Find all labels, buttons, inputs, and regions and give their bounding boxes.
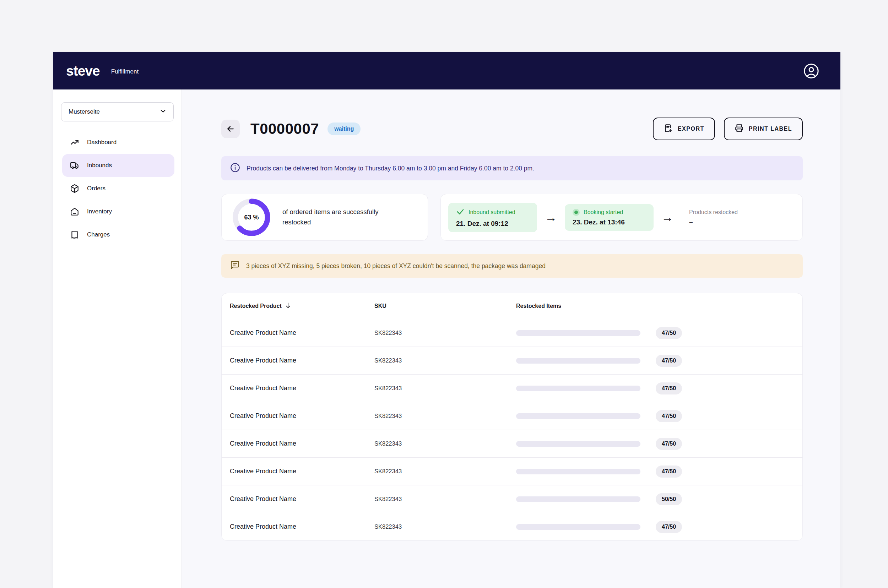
info-banner-text: Products can be delivered from Monday to… [246,165,534,172]
summary-row: 63 % of ordered items are successfully r… [221,194,803,241]
status-badge: waiting [328,123,361,135]
table-row[interactable]: Creative Product NameSK82234347/50 [222,346,802,374]
product-name-cell: Creative Product Name [230,357,374,364]
check-icon [456,207,464,217]
restock-count-badge: 50/50 [656,493,682,505]
restock-count-badge: 47/50 [656,438,682,450]
restock-stat-card: 63 % of ordered items are successfully r… [221,194,428,241]
warning-banner: 3 pieces of XYZ missing, 5 pieces broken… [221,254,803,278]
sidebar-item-charges[interactable]: Charges [62,224,174,246]
restock-progress-bar [516,330,640,336]
printer-icon [735,124,744,134]
restock-progress-bar [516,469,640,474]
restock-progress-bar [516,496,640,502]
sku-cell: SK822343 [374,496,516,502]
product-name-cell: Creative Product Name [230,468,374,475]
restock-count-badge: 47/50 [656,410,682,422]
donut-percent-label: 63 % [230,196,272,238]
print-label-button[interactable]: PRINT LABEL [724,117,803,140]
timeline-step-date: – [689,218,762,226]
timeline-step-3: Products restocked– [681,204,770,231]
warning-banner-text: 3 pieces of XYZ missing, 5 pieces broken… [246,262,545,270]
product-name-cell: Creative Product Name [230,412,374,420]
sku-cell: SK822343 [374,357,516,364]
info-icon [230,163,240,174]
arrow-right-icon: → [545,211,557,224]
sidebar-nav: DashboardInboundsOrdersInventoryCharges [53,131,182,246]
home-icon [70,207,79,216]
sidebar-item-label: Charges [87,231,110,238]
table-body: Creative Product NameSK82234347/50Creati… [222,319,802,540]
page-header: T0000007 waiting EXPORT [221,117,803,140]
restock-progress-bar [516,413,640,419]
sidebar: Musterseite DashboardInboundsOrdersInven… [53,90,182,588]
product-name-cell: Creative Product Name [230,384,374,392]
sidebar-item-dashboard[interactable]: Dashboard [62,131,174,154]
sidebar-item-label: Orders [87,185,105,192]
restock-donut-chart: 63 % [230,196,272,238]
table-row[interactable]: Creative Product NameSK82234347/50 [222,513,802,540]
header-actions: EXPORT PRINT LABEL [653,117,803,140]
sidebar-item-inbounds[interactable]: Inbounds [62,154,174,177]
restock-stat-text: of ordered items are successfully restoc… [282,207,389,227]
product-name-cell: Creative Product Name [230,495,374,503]
table-row[interactable]: Creative Product NameSK82234350/50 [222,485,802,513]
back-button[interactable] [221,120,240,138]
export-button-label: EXPORT [678,126,705,132]
export-icon [664,124,673,134]
chevron-down-icon [159,107,167,117]
table-row[interactable]: Creative Product NameSK82234347/50 [222,402,802,430]
restock-count-badge: 47/50 [656,382,682,394]
table-row[interactable]: Creative Product NameSK82234347/50 [222,430,802,458]
restock-progress-bar [516,524,640,530]
sidebar-item-orders[interactable]: Orders [62,177,174,200]
restock-count-badge: 47/50 [656,465,682,478]
timeline-step-label: Inbound submitted [469,209,515,216]
restock-progress-bar [516,441,640,447]
export-button[interactable]: EXPORT [653,117,715,140]
sku-cell: SK822343 [374,524,516,530]
timeline-step-label: Booking started [584,209,623,216]
table-row[interactable]: Creative Product NameSK82234347/50 [222,458,802,485]
comment-icon [230,260,240,272]
restock-progress-bar [516,386,640,391]
page-title: T0000007 [250,120,319,137]
user-avatar-icon[interactable] [803,63,820,80]
active-dot-icon [572,209,580,216]
product-name: Fulfillment [111,68,138,75]
sort-restocked-product[interactable]: Restocked Product [230,302,374,310]
timeline-step-date: 21. Dez. at 09:12 [456,220,529,228]
table-row[interactable]: Creative Product NameSK82234347/50 [222,374,802,402]
column-restocked-product: Restocked Product [230,303,282,309]
sku-cell: SK822343 [374,468,516,475]
info-banner: Products can be delivered from Monday to… [221,156,803,180]
package-icon [70,184,79,193]
timeline-step-2: Booking started23. Dez. at 13:46 [565,204,654,231]
sidebar-item-inventory[interactable]: Inventory [62,200,174,223]
sku-cell: SK822343 [374,412,516,419]
timeline-step-date: 23. Dez. at 13:46 [572,218,646,226]
status-timeline-card: Inbound submitted21. Dez. at 09:12→Booki… [440,194,803,241]
workspace-dropdown-value: Musterseite [69,108,100,116]
sku-cell: SK822343 [374,385,516,392]
sort-arrow-down-icon [284,302,291,310]
main-content: T0000007 waiting EXPORT [182,90,840,588]
top-bar: steve Fulfillment [53,52,840,90]
sidebar-item-label: Dashboard [87,139,117,146]
sidebar-item-label: Inventory [87,208,112,215]
column-restocked-items: Restocked Items [516,303,656,309]
table-row[interactable]: Creative Product NameSK82234347/50 [222,319,802,346]
arrow-right-icon: → [661,211,673,224]
sku-cell: SK822343 [374,330,516,336]
table-header-row: Restocked Product SKU Restocked Items [222,293,802,319]
column-sku: SKU [374,303,516,309]
product-name-cell: Creative Product Name [230,440,374,447]
product-name-cell: Creative Product Name [230,329,374,337]
product-name-cell: Creative Product Name [230,523,374,531]
workspace-dropdown[interactable]: Musterseite [61,102,174,122]
print-label-button-label: PRINT LABEL [749,126,792,132]
app-window: steve Fulfillment Musterseite DashboardI… [53,52,840,588]
restock-count-badge: 47/50 [656,355,682,367]
brand-logo: steve [66,64,100,78]
screen: steve Fulfillment Musterseite DashboardI… [0,0,888,588]
